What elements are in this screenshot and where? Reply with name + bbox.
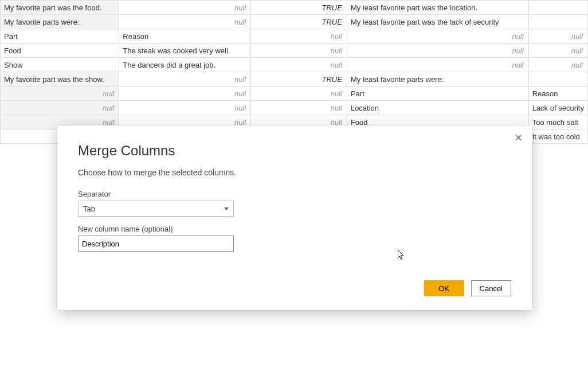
dialog-title: Merge Columns	[78, 143, 511, 159]
merge-columns-dialog: ✕ Merge Columns Choose how to merge the …	[57, 126, 532, 310]
cancel-button[interactable]: Cancel	[471, 280, 511, 296]
chevron-down-icon	[224, 207, 229, 210]
new-column-input[interactable]	[78, 236, 234, 252]
dialog-button-row: OK Cancel	[424, 280, 511, 296]
dialog-subtitle: Choose how to merge the selected columns…	[78, 168, 511, 177]
close-icon[interactable]: ✕	[512, 132, 524, 144]
ok-button[interactable]: OK	[424, 280, 464, 296]
new-column-label: New column name (optional)	[78, 225, 511, 233]
separator-dropdown[interactable]: Tab	[78, 201, 234, 217]
separator-value: Tab	[83, 205, 95, 213]
separator-label: Separator	[78, 190, 511, 198]
modal-overlay: ✕ Merge Columns Choose how to merge the …	[0, 0, 588, 392]
